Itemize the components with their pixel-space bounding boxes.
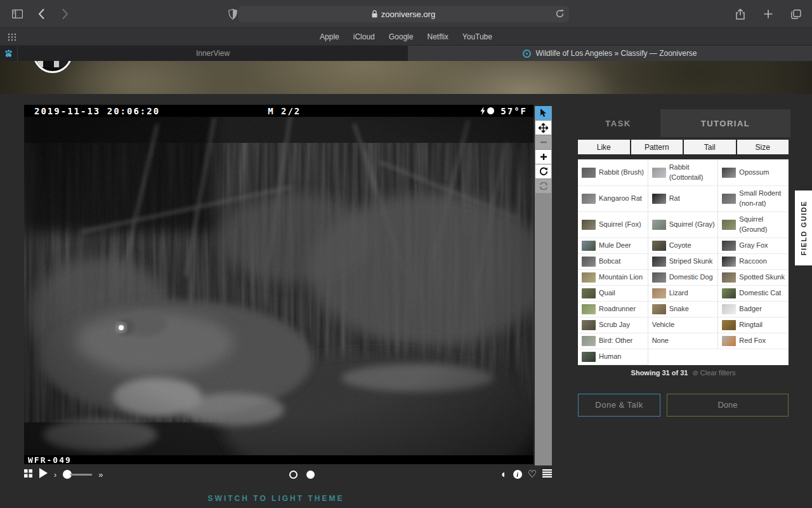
- species-choice[interactable]: Domestic Dog: [648, 270, 719, 286]
- theme-toggle-link[interactable]: SWITCH TO LIGHT THEME: [0, 494, 552, 503]
- tab-task[interactable]: TASK: [576, 109, 660, 137]
- select-tool-button[interactable]: [535, 106, 551, 120]
- camera-timestamp: 2019-11-13 20:06:20: [34, 106, 160, 116]
- species-choice[interactable]: Vehicle: [648, 318, 719, 333]
- done-button[interactable]: Done: [667, 394, 789, 417]
- species-choice[interactable]: Rat: [648, 186, 719, 212]
- species-choice[interactable]: Snake: [648, 302, 719, 318]
- species-choice[interactable]: Bird: Other: [578, 333, 648, 349]
- species-choice[interactable]: Mountain Lion: [578, 270, 648, 286]
- species-choice[interactable]: Lizard: [648, 286, 719, 302]
- pinned-tab[interactable]: [0, 46, 18, 61]
- species-choice[interactable]: Striped Skunk: [648, 254, 719, 270]
- done-and-talk-button[interactable]: Done & Talk: [578, 394, 660, 417]
- clear-filters-link[interactable]: ⊘ Clear filters: [693, 369, 736, 377]
- step-forward-icon[interactable]: ›: [54, 470, 56, 479]
- species-label: Squirrel (Ground): [739, 215, 786, 235]
- species-thumbnail: [722, 272, 736, 283]
- species-choice[interactable]: Coyote: [648, 238, 719, 254]
- species-thumbnail: [722, 320, 736, 330]
- species-thumbnail: [582, 194, 596, 204]
- frame-dot[interactable]: [289, 471, 298, 479]
- species-thumbnail: [652, 194, 666, 204]
- bookmark-link[interactable]: YouTube: [462, 32, 492, 41]
- new-tab-icon[interactable]: [759, 5, 778, 23]
- species-thumbnail: [722, 257, 736, 267]
- bookmark-link[interactable]: Google: [389, 32, 414, 41]
- camera-id-bar: WFR-049: [24, 455, 534, 464]
- pan-tool-button[interactable]: [535, 121, 551, 135]
- thumbnails-grid-icon[interactable]: [24, 469, 32, 480]
- species-choice[interactable]: Rabbit (Brush): [578, 160, 648, 186]
- species-choice[interactable]: Scrub Jay: [578, 318, 648, 333]
- species-choice[interactable]: Gray Fox: [718, 238, 789, 254]
- species-choice[interactable]: Opossum: [718, 160, 789, 186]
- frame-dot[interactable]: [306, 471, 315, 479]
- filter-button-size[interactable]: Size: [737, 140, 789, 154]
- invert-colors-icon[interactable]: ◐: [501, 469, 508, 479]
- filter-button-tail[interactable]: Tail: [684, 140, 736, 154]
- species-choice[interactable]: Ringtail: [718, 318, 789, 333]
- share-icon[interactable]: [731, 5, 750, 23]
- species-choice[interactable]: Mule Deer: [578, 238, 648, 254]
- bookmark-link[interactable]: Apple: [320, 32, 339, 41]
- image-toolbar: [535, 106, 552, 465]
- species-thumbnail: [722, 336, 736, 346]
- camera-temperature: 57°F: [501, 106, 527, 116]
- play-button[interactable]: [39, 468, 48, 481]
- bookmark-link[interactable]: iCloud: [353, 32, 375, 41]
- favorite-heart-icon[interactable]: ♡: [528, 469, 537, 479]
- species-choice[interactable]: None: [648, 333, 719, 349]
- species-choice[interactable]: Small Rodent (non-rat): [718, 186, 789, 212]
- species-label: Rabbit (Brush): [599, 168, 644, 178]
- bookmark-link[interactable]: Netflix: [427, 32, 448, 41]
- species-choice[interactable]: Bobcat: [578, 254, 648, 270]
- species-choice[interactable]: Squirrel (Fox): [578, 212, 648, 238]
- bookmark-links: AppleiCloudGoogleNetflixYouTube: [320, 32, 492, 41]
- species-thumbnail: [582, 272, 596, 283]
- species-choice[interactable]: Badger: [718, 302, 789, 318]
- field-guide-button[interactable]: FIELD GUIDE: [795, 190, 812, 265]
- tab-zooniverse[interactable]: Wildlife of Los Angeles » Classify — Zoo…: [408, 46, 812, 61]
- species-label: Kangaroo Rat: [599, 194, 642, 204]
- collections-icon[interactable]: [542, 469, 552, 480]
- zoom-in-button[interactable]: [535, 150, 551, 164]
- species-label: Mountain Lion: [599, 272, 643, 283]
- fast-forward-icon[interactable]: »: [98, 470, 103, 479]
- showing-count: Showing 31 of 31: [631, 369, 688, 377]
- filter-button-like[interactable]: Like: [578, 140, 630, 154]
- species-label: Coyote: [669, 241, 691, 251]
- species-choice[interactable]: Quail: [578, 286, 648, 302]
- species-choice[interactable]: Human: [578, 349, 648, 365]
- species-choice[interactable]: Rabbit (Cottontail): [648, 160, 719, 186]
- tab-overview-icon[interactable]: [787, 5, 806, 23]
- filter-button-pattern[interactable]: Pattern: [631, 140, 683, 154]
- species-thumbnail: [652, 272, 666, 283]
- rotate-button[interactable]: [535, 164, 551, 178]
- sidebar-toggle-icon[interactable]: [8, 5, 27, 23]
- back-button[interactable]: [32, 5, 51, 23]
- species-choice[interactable]: Squirrel (Gray): [648, 212, 719, 238]
- species-choice[interactable]: Spotted Skunk: [718, 270, 789, 286]
- speed-slider[interactable]: [63, 470, 92, 479]
- species-choice[interactable]: Red Fox: [718, 333, 789, 349]
- species-label: Squirrel (Fox): [599, 220, 641, 230]
- address-bar[interactable]: zooniverse.org: [238, 6, 569, 22]
- tab-innerview[interactable]: InnerView: [18, 46, 408, 61]
- species-label: Spotted Skunk: [739, 272, 785, 283]
- reload-icon[interactable]: [556, 9, 564, 20]
- subject-viewer[interactable]: 2019-11-13 20:06:20 M 2/2 57°F WFR-049: [24, 105, 534, 464]
- metadata-info-icon[interactable]: i: [513, 470, 522, 479]
- species-choice[interactable]: Kangaroo Rat: [578, 186, 648, 212]
- species-thumbnail: [582, 220, 596, 230]
- species-choice[interactable]: Roadrunner: [578, 302, 648, 318]
- species-choice[interactable]: Domestic Cat: [718, 286, 789, 302]
- reset-view-button[interactable]: [535, 179, 551, 193]
- species-choice[interactable]: Squirrel (Ground): [718, 212, 789, 238]
- species-label: Snake: [669, 304, 689, 314]
- zoom-out-button[interactable]: [535, 135, 551, 149]
- favorites-grid-icon[interactable]: [8, 32, 16, 44]
- forward-button[interactable]: [56, 5, 75, 23]
- species-choice[interactable]: Raccoon: [718, 254, 789, 270]
- tab-tutorial[interactable]: TUTORIAL: [660, 109, 790, 137]
